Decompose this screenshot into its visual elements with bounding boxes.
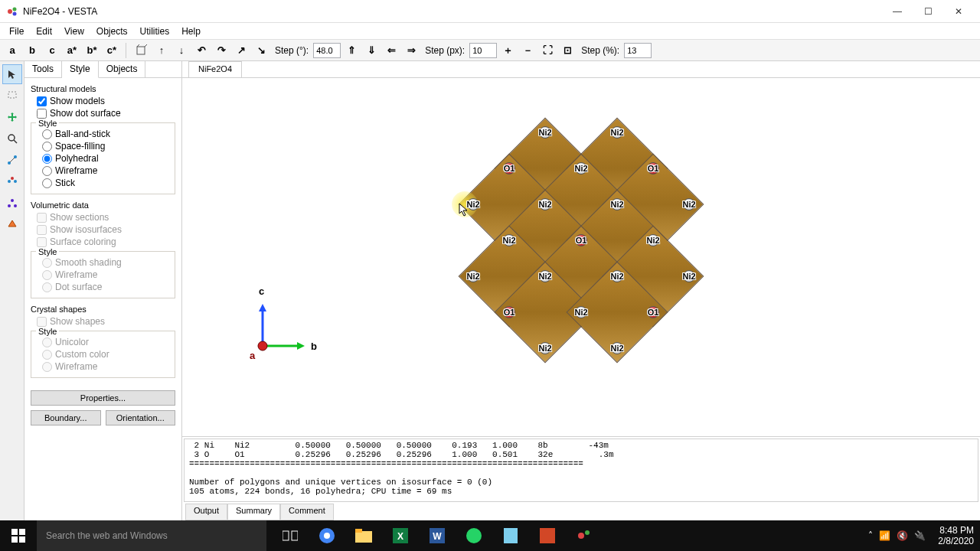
- toolbar: a b c a* b* c* ↑ ↓ ↶ ↷ ↗ ↘ Step (°): ⇑ ⇓…: [0, 40, 980, 61]
- angle-tool-icon[interactable]: [2, 193, 22, 213]
- translate-up-icon[interactable]: ⇑: [342, 41, 361, 60]
- side-panel: Tools Style Objects Structural models Sh…: [24, 61, 182, 520]
- explorer-icon[interactable]: [346, 520, 381, 551]
- style-legend-2: Style: [36, 247, 59, 256]
- pointer-tool-icon[interactable]: [2, 64, 22, 84]
- show-models-checkbox[interactable]: Show models: [31, 95, 175, 107]
- minimize-button[interactable]: —: [882, 1, 913, 22]
- style-wireframe[interactable]: Wireframe: [36, 165, 170, 177]
- rotate-up-icon[interactable]: ↑: [152, 41, 171, 60]
- maximize-button[interactable]: ☐: [913, 1, 943, 22]
- vesta-taskbar-icon[interactable]: [567, 520, 602, 551]
- style-stick[interactable]: Stick: [36, 177, 170, 189]
- menu-objects[interactable]: Objects: [90, 24, 134, 38]
- svg-point-40: [578, 533, 584, 539]
- doc-tab-nife2o4[interactable]: NiFe2O4: [188, 61, 242, 77]
- start-button[interactable]: [0, 520, 37, 551]
- menu-edit[interactable]: Edit: [30, 24, 58, 38]
- axis-astar-button[interactable]: a*: [63, 41, 81, 60]
- system-tray[interactable]: ˄ 📶 🔇 🔌: [862, 530, 932, 541]
- axis-c-button[interactable]: c: [43, 41, 61, 60]
- show-dot-checkbox[interactable]: Show dot surface: [31, 107, 175, 119]
- word-icon[interactable]: W: [420, 520, 455, 551]
- axis-cstar-button[interactable]: c*: [103, 41, 121, 60]
- tray-battery-icon[interactable]: 🔌: [914, 530, 926, 541]
- titlebar: NiFe2O4 - VESTA — ☐ ✕: [0, 0, 980, 23]
- translate-left-icon[interactable]: ⇐: [382, 41, 400, 60]
- svg-point-13: [14, 180, 17, 183]
- menu-help[interactable]: Help: [175, 24, 207, 38]
- axis-bstar-button[interactable]: b*: [83, 41, 101, 60]
- redo-icon[interactable]: ↷: [212, 41, 230, 60]
- menu-view[interactable]: View: [58, 24, 90, 38]
- svg-rect-23: [11, 529, 18, 535]
- svg-rect-27: [283, 531, 289, 540]
- taskbar-clock[interactable]: 8:48 PM 2/8/2020: [932, 525, 980, 547]
- svg-point-12: [8, 180, 11, 183]
- notepad-icon[interactable]: [493, 520, 528, 551]
- svg-point-0: [8, 9, 12, 14]
- bond-tool-icon[interactable]: [2, 150, 22, 170]
- axis-a-button[interactable]: a: [3, 41, 21, 60]
- menu-utilities[interactable]: Utilities: [134, 24, 176, 38]
- boundary-button[interactable]: Boundary...: [31, 410, 101, 425]
- excel-icon[interactable]: X: [383, 520, 418, 551]
- tray-volume-icon[interactable]: 🔇: [897, 530, 908, 541]
- vertical-toolbar: [0, 61, 24, 520]
- perspective-icon[interactable]: [131, 41, 151, 60]
- tray-network-icon[interactable]: 📶: [879, 530, 890, 541]
- translate-right-icon[interactable]: ⇒: [402, 41, 420, 60]
- reset-zoom-icon[interactable]: ⊡: [558, 41, 577, 60]
- svg-point-41: [585, 530, 590, 535]
- vol-dot-surface: Dot surface: [36, 281, 170, 293]
- style-space-filling[interactable]: Space-filling: [36, 140, 170, 152]
- tab-tools[interactable]: Tools: [24, 61, 62, 77]
- output-tab-comment[interactable]: Comment: [280, 504, 334, 520]
- style-polyhedral[interactable]: Polyhedral: [36, 152, 170, 165]
- output-text[interactable]: 2 Ni Ni2 0.50000 0.50000 0.50000 0.193 1…: [184, 439, 978, 502]
- tab-objects[interactable]: Objects: [99, 61, 146, 77]
- rotate-in-icon[interactable]: ↘: [252, 41, 270, 60]
- step-deg-input[interactable]: [313, 43, 341, 58]
- step-pct-input[interactable]: [624, 43, 652, 58]
- surface-coloring-checkbox: Surface coloring: [31, 236, 175, 248]
- 3d-canvas[interactable]: c b a: [182, 78, 980, 436]
- rotate-out-icon[interactable]: ↗: [232, 41, 250, 60]
- taskbar-search[interactable]: Search the web and Windows: [37, 520, 266, 551]
- zoom-in-icon[interactable]: ＋: [498, 41, 517, 60]
- axis-b-button[interactable]: b: [23, 41, 41, 60]
- properties-button[interactable]: Properties...: [31, 390, 175, 406]
- distance-tool-icon[interactable]: [2, 171, 22, 191]
- style-ball-stick[interactable]: Ball-and-stick: [36, 128, 170, 140]
- select-rect-tool-icon[interactable]: [2, 86, 22, 106]
- translate-down-icon[interactable]: ⇓: [362, 41, 381, 60]
- whatsapp-icon[interactable]: [456, 520, 492, 551]
- tray-chevron-icon[interactable]: ˄: [868, 530, 873, 541]
- close-button[interactable]: ✕: [943, 1, 974, 22]
- main-area: NiFe2O4 c b a: [182, 61, 980, 520]
- fit-icon[interactable]: ⛶: [538, 41, 557, 60]
- svg-line-11: [10, 158, 15, 162]
- zoom-out-icon[interactable]: －: [518, 41, 537, 60]
- rotate-down-icon[interactable]: ↓: [172, 41, 191, 60]
- powerpoint-icon[interactable]: [530, 520, 565, 551]
- output-tab-summary[interactable]: Summary: [227, 504, 280, 520]
- svg-rect-31: [355, 531, 372, 543]
- zoom-tool-icon[interactable]: [2, 129, 22, 148]
- tab-style[interactable]: Style: [62, 61, 99, 78]
- output-tab-output[interactable]: Output: [185, 504, 227, 520]
- chrome-icon[interactable]: [309, 520, 345, 551]
- step-deg-label: Step (°):: [272, 45, 312, 56]
- orientation-button[interactable]: Orientation...: [106, 410, 176, 425]
- task-view-icon[interactable]: [273, 520, 308, 551]
- axes-indicator: c b a: [251, 289, 320, 360]
- svg-point-17: [14, 204, 17, 207]
- step-px-input[interactable]: [469, 43, 497, 58]
- menubar: File Edit View Objects Utilities Help: [0, 23, 980, 40]
- cryst-custom-color: Custom color: [36, 348, 170, 360]
- plane-tool-icon[interactable]: [2, 214, 22, 234]
- menu-file[interactable]: File: [3, 24, 30, 38]
- move-tool-icon[interactable]: [2, 107, 22, 127]
- undo-icon[interactable]: ↶: [192, 41, 211, 60]
- axis-b-label: b: [311, 341, 317, 352]
